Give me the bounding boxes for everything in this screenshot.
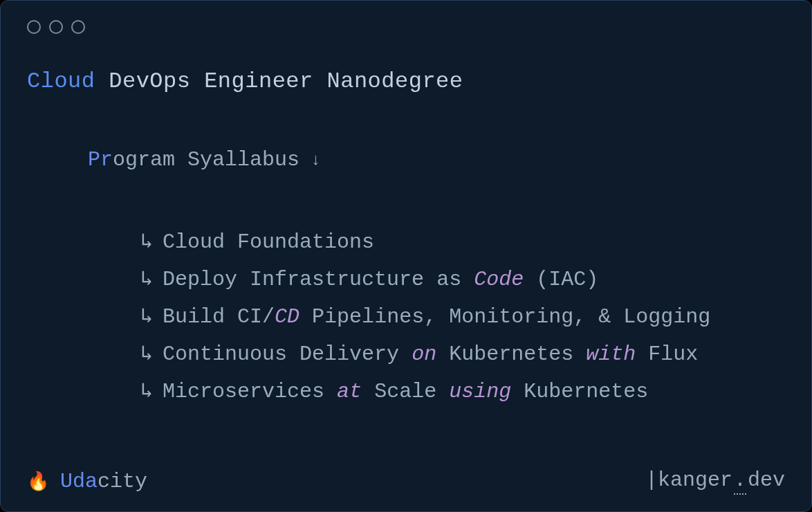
plain-text: Kubernetes	[511, 380, 648, 403]
plain-text: Flux	[636, 342, 698, 366]
syllabus-section: Program Syallabus ↓ ↳Cloud Foundations↳D…	[27, 148, 785, 408]
keyword-text: with	[586, 342, 636, 366]
maximize-icon[interactable]	[71, 20, 85, 34]
return-arrow-icon: ↳	[140, 338, 153, 371]
return-arrow-icon: ↳	[140, 375, 153, 408]
plain-text: Microservices	[163, 380, 337, 403]
plain-text: Deploy Infrastructure as	[163, 268, 474, 291]
list-item-text: Continuous Delivery on Kubernetes with F…	[163, 338, 698, 371]
plain-text: Scale	[362, 380, 449, 403]
return-arrow-icon: ↳	[140, 300, 153, 333]
footer-right: | kanger.dev	[645, 468, 785, 495]
return-arrow-icon: ↳	[140, 226, 153, 259]
list-item: ↳Deploy Infrastructure as Code (IAC)	[140, 263, 785, 296]
footer-dot: .	[734, 468, 746, 495]
plain-text: Cloud Foundations	[163, 230, 374, 254]
footer-left: 🔥 Udacity	[27, 470, 147, 493]
footer-domain-b: dev	[748, 468, 785, 492]
brand: Udacity	[60, 470, 147, 493]
minimize-icon[interactable]	[49, 20, 63, 34]
keyword-text: on	[412, 342, 436, 366]
footer: 🔥 Udacity | kanger.dev	[27, 468, 785, 495]
list-item: ↳Build CI/CD Pipelines, Monitoring, & Lo…	[140, 300, 785, 333]
title-highlight: Cloud	[27, 68, 95, 94]
plain-text: Kubernetes	[436, 342, 586, 366]
arrow-down-icon: ↓	[311, 151, 320, 170]
keyword-text: at	[337, 380, 362, 403]
list-item-text: Microservices at Scale using Kubernetes	[163, 375, 648, 408]
close-icon[interactable]	[27, 20, 41, 34]
keyword-text: Code	[474, 268, 524, 291]
plain-text: Build CI/	[163, 305, 275, 329]
footer-domain-a: kanger	[658, 468, 732, 492]
list-item: ↳Continuous Delivery on Kubernetes with …	[140, 338, 785, 371]
return-arrow-icon: ↳	[140, 263, 153, 296]
list-item-text: Cloud Foundations	[163, 226, 374, 259]
fire-icon: 🔥	[27, 470, 49, 493]
syllabus-header-rest: ogram Syallabus	[113, 148, 299, 172]
plain-text: Continuous Delivery	[163, 342, 412, 366]
title-rest: DevOps Engineer Nanodegree	[95, 68, 463, 94]
terminal-window: Cloud DevOps Engineer Nanodegree Program…	[0, 0, 812, 512]
list-item: ↳Cloud Foundations	[140, 226, 785, 259]
syllabus-items: ↳Cloud Foundations↳Deploy Infrastructure…	[88, 226, 785, 408]
list-item: ↳Microservices at Scale using Kubernetes	[140, 375, 785, 408]
footer-pipe: |	[645, 468, 658, 492]
keyword-text: using	[449, 380, 511, 403]
syllabus-header: Program Syallabus ↓	[88, 148, 785, 172]
brand-highlight: Uda	[60, 470, 98, 493]
content-area: Cloud DevOps Engineer Nanodegree Program…	[1, 41, 811, 408]
page-title: Cloud DevOps Engineer Nanodegree	[27, 68, 785, 94]
list-item-text: Deploy Infrastructure as Code (IAC)	[163, 263, 598, 296]
titlebar	[1, 1, 811, 41]
list-item-text: Build CI/CD Pipelines, Monitoring, & Log…	[163, 300, 710, 333]
keyword-text: CD	[275, 305, 299, 329]
brand-rest: city	[98, 470, 147, 493]
plain-text: (IAC)	[524, 268, 598, 291]
plain-text: Pipelines, Monitoring, & Logging	[299, 305, 710, 329]
syllabus-header-hl: Pr	[88, 148, 113, 172]
